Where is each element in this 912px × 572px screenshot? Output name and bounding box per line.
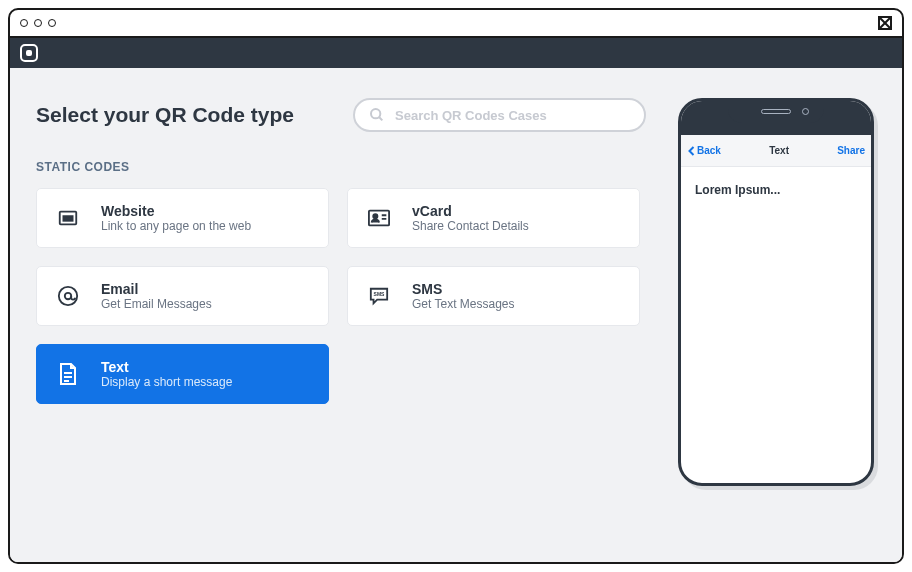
card-subtitle: Get Text Messages <box>412 297 515 311</box>
card-subtitle: Display a short message <box>101 375 232 389</box>
phone-preview: Back Text Share Lorem Ipsum... <box>678 98 874 486</box>
card-sms[interactable]: SMS SMS Get Text Messages <box>347 266 640 326</box>
svg-point-9 <box>65 293 71 299</box>
window-dot[interactable] <box>20 19 28 27</box>
text-icon <box>58 362 78 386</box>
svg-point-0 <box>371 109 380 118</box>
card-text[interactable]: Text Display a short message <box>36 344 329 404</box>
window-titlebar <box>10 10 902 38</box>
card-title: Text <box>101 359 232 375</box>
page-title: Select your QR Code type <box>36 103 294 127</box>
website-icon <box>57 207 79 229</box>
email-icon <box>57 285 79 307</box>
back-label: Back <box>697 145 721 156</box>
card-subtitle: Link to any page on the web <box>101 219 251 233</box>
app-window: Select your QR Code type STATIC CODES We… <box>8 8 904 564</box>
chevron-left-icon <box>687 146 697 156</box>
camera-icon <box>802 108 809 115</box>
card-title: vCard <box>412 203 529 219</box>
search-icon <box>369 107 385 123</box>
type-selector-panel: Select your QR Code type STATIC CODES We… <box>36 98 646 542</box>
vcard-icon <box>368 209 390 227</box>
phone-bezel-top <box>681 101 871 135</box>
svg-point-5 <box>373 214 377 218</box>
section-label: STATIC CODES <box>36 160 646 174</box>
svg-point-8 <box>59 287 77 305</box>
card-title: Website <box>101 203 251 219</box>
window-dot[interactable] <box>48 19 56 27</box>
card-subtitle: Get Email Messages <box>101 297 212 311</box>
search-box[interactable] <box>353 98 646 132</box>
preview-body: Lorem Ipsum... <box>681 167 871 213</box>
preview-title: Text <box>769 145 789 156</box>
share-button[interactable]: Share <box>837 145 865 156</box>
app-bar <box>10 38 902 68</box>
svg-text:SMS: SMS <box>374 291 386 297</box>
card-vcard[interactable]: vCard Share Contact Details <box>347 188 640 248</box>
close-icon[interactable] <box>878 16 892 30</box>
preview-navbar: Back Text Share <box>681 135 871 167</box>
phone-preview-wrap: Back Text Share Lorem Ipsum... <box>676 98 876 542</box>
code-type-grid: Website Link to any page on the web vCar… <box>36 188 646 404</box>
card-title: Email <box>101 281 212 297</box>
back-button[interactable]: Back <box>687 145 721 156</box>
card-email[interactable]: Email Get Email Messages <box>36 266 329 326</box>
card-subtitle: Share Contact Details <box>412 219 529 233</box>
app-logo-icon <box>20 44 38 62</box>
card-website[interactable]: Website Link to any page on the web <box>36 188 329 248</box>
card-title: SMS <box>412 281 515 297</box>
phone-notch <box>728 101 824 123</box>
search-input[interactable] <box>395 108 630 123</box>
sms-icon: SMS <box>368 286 390 306</box>
window-controls <box>20 19 56 27</box>
svg-rect-3 <box>63 216 72 221</box>
window-dot[interactable] <box>34 19 42 27</box>
svg-line-1 <box>379 117 382 120</box>
main-content: Select your QR Code type STATIC CODES We… <box>10 68 902 562</box>
speaker-icon <box>761 109 791 114</box>
